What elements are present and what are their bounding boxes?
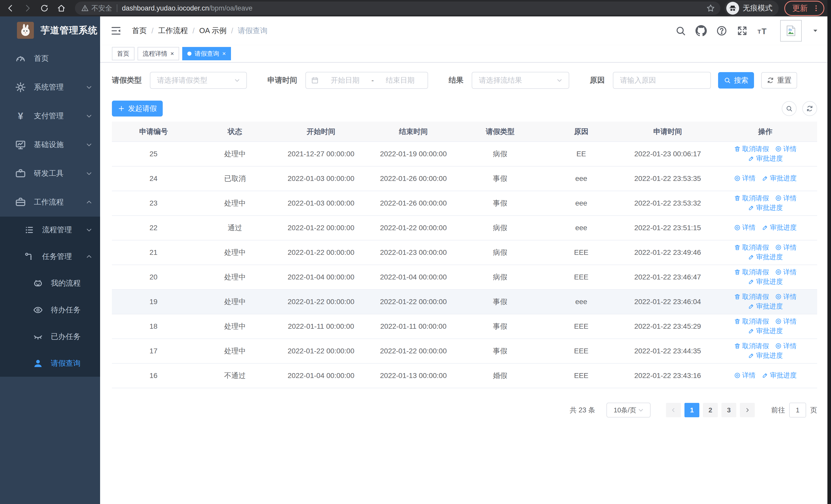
refresh-table-button[interactable] [802,101,817,116]
result-select[interactable]: 请选择流结果 [472,72,569,89]
column-header: 原因 [541,122,622,142]
sidebar-item-devtools[interactable]: 研发工具 [0,159,100,188]
action-label: 详情 [742,371,755,380]
bookmark-star-icon[interactable] [706,4,715,13]
detail-action-link[interactable]: 详情 [775,243,797,252]
tab-leave-query[interactable]: 请假查询× [182,47,231,60]
browser-home-button[interactable] [54,1,68,15]
sidebar-item-todo-tasks[interactable]: 待办任务 [0,297,100,323]
sidebar-item-label: 任务管理 [42,251,72,262]
cancel-action-link[interactable]: 取消请假 [734,268,769,277]
github-icon[interactable] [695,25,707,36]
fullscreen-icon[interactable] [737,25,748,36]
cancel-action-link[interactable]: 取消请假 [734,243,769,252]
edit-icon [748,352,754,359]
cancel-action-link[interactable]: 取消请假 [734,194,769,203]
next-page-button[interactable] [740,403,755,417]
browser-reload-button[interactable] [37,1,51,15]
apply-time-range-picker[interactable]: 开始日期 - 结束日期 [306,72,428,89]
column-header: 开始时间 [275,122,367,142]
sidebar-item-infra[interactable]: 基础设施 [0,130,100,159]
browser-forward-button[interactable] [21,1,34,15]
show-search-button[interactable] [782,101,797,116]
action-label: 详情 [783,268,797,277]
reload-icon [40,4,49,12]
reset-button[interactable]: 重置 [761,72,797,89]
browser-back-button[interactable] [4,1,18,15]
detail-action-link[interactable]: 详情 [775,145,797,153]
cell-status: 不通过 [195,363,275,388]
page-button-2[interactable]: 2 [703,403,718,417]
close-icon[interactable]: × [222,51,226,57]
browser-scrollbar[interactable] [827,0,831,504]
tab-process-detail[interactable]: 流程详情× [138,47,179,60]
filter-leave-type: 请假类型 请选择请假类型 [112,72,247,89]
sidebar-item-task-mgmt[interactable]: 任务管理 [0,243,100,270]
filter-result: 结果 请选择流结果 [449,72,569,89]
detail-action-link[interactable]: 详情 [775,342,797,351]
progress-action-link[interactable]: 审批进度 [748,351,783,360]
sidebar-item-system[interactable]: 系统管理 [0,73,100,101]
detail-action-link[interactable]: 详情 [734,174,755,183]
cancel-action-link[interactable]: 取消请假 [734,342,769,351]
page-button-3[interactable]: 3 [721,403,736,417]
progress-action-link[interactable]: 审批进度 [748,203,783,212]
goto-label: 前往 [771,406,785,415]
sidebar-logo-row[interactable]: 芋道管理系统 [0,17,100,44]
robot-icon [33,278,43,289]
reason-input[interactable] [620,76,704,84]
sidebar-item-leave-query[interactable]: 请假查询 [0,350,100,377]
progress-action-link[interactable]: 审批进度 [748,326,783,335]
collapse-sidebar-icon[interactable] [110,25,122,36]
action-label: 审批进度 [770,174,797,183]
breadcrumb-item[interactable]: 工作流程 [158,26,188,36]
leave-type-select[interactable]: 请选择请假类型 [150,72,247,89]
detail-action-link[interactable]: 详情 [775,194,797,203]
progress-action-link[interactable]: 审批进度 [762,223,797,232]
sidebar-item-payment[interactable]: ¥支付管理 [0,101,100,130]
search-button[interactable]: 搜索 [718,72,754,89]
sidebar-item-label: 工作流程 [34,197,64,207]
progress-action-link[interactable]: 审批进度 [762,174,797,183]
cancel-action-link[interactable]: 取消请假 [734,317,769,326]
help-icon[interactable] [716,25,727,36]
fontsize-icon[interactable]: TT [757,25,768,36]
edit-icon [762,224,768,231]
detail-action-link[interactable]: 详情 [734,371,755,380]
search-icon[interactable] [675,25,686,36]
goto-page-input[interactable] [789,403,806,417]
chevron-down-icon [85,226,93,234]
close-icon[interactable]: × [170,51,174,57]
progress-action-link[interactable]: 审批进度 [748,302,783,311]
progress-action-link[interactable]: 审批进度 [748,277,783,286]
breadcrumb-item[interactable]: OA 示例 [199,26,226,36]
detail-action-link[interactable]: 详情 [734,223,755,232]
view-icon [775,146,782,152]
detail-action-link[interactable]: 详情 [775,292,797,301]
progress-action-link[interactable]: 审批进度 [762,371,797,380]
detail-action-link[interactable]: 详情 [775,268,797,277]
sidebar-item-process-mgmt[interactable]: 流程管理 [0,216,100,243]
address-bar[interactable]: 不安全 dashboard.yudao.iocoder.cn /bpm/oa/l… [75,2,720,15]
table-row: 24已取消2022-01-03 00:00:002022-01-26 00:00… [112,166,817,191]
sidebar-item-home[interactable]: 首页 [0,44,100,73]
breadcrumb-item[interactable]: 首页 [132,26,147,36]
sidebar-item-done-tasks[interactable]: 已办任务 [0,323,100,350]
browser-update-menu[interactable]: 更新 [784,1,824,16]
detail-action-link[interactable]: 详情 [775,317,797,326]
view-icon [775,269,782,275]
cancel-action-link[interactable]: 取消请假 [734,292,769,301]
sidebar-item-my-process[interactable]: 我的流程 [0,270,100,297]
prev-page-button[interactable] [666,403,681,417]
security-indicator[interactable]: 不安全 [81,4,112,13]
cancel-action-link[interactable]: 取消请假 [734,145,769,153]
page-size-select[interactable]: 10条/页 [606,403,651,417]
edit-icon [762,372,768,379]
progress-action-link[interactable]: 审批进度 [748,154,783,163]
progress-action-link[interactable]: 审批进度 [748,253,783,262]
sidebar-item-workflow[interactable]: 工作流程 [0,188,100,216]
create-leave-button[interactable]: 发起请假 [112,100,163,117]
page-button-1[interactable]: 1 [684,403,699,417]
tab-home[interactable]: 首页 [112,47,135,60]
avatar[interactable] [780,20,802,41]
